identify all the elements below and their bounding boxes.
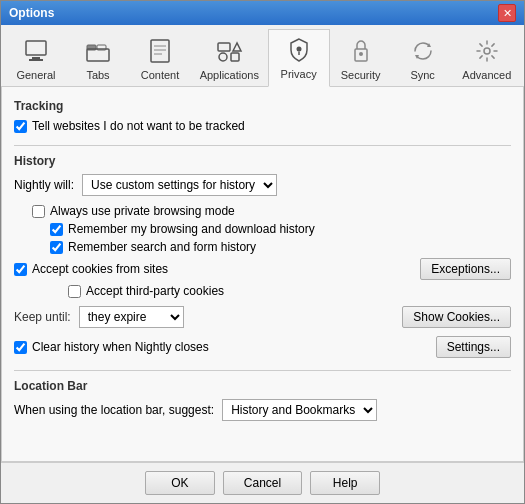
svg-rect-6	[151, 40, 169, 62]
svg-rect-2	[29, 59, 43, 61]
ok-button[interactable]: OK	[145, 471, 215, 495]
close-button[interactable]: ✕	[498, 4, 516, 22]
cancel-button[interactable]: Cancel	[223, 471, 302, 495]
accept-third-party-row: Accept third-party cookies	[68, 284, 511, 298]
tab-applications-label: Applications	[200, 69, 259, 81]
help-button[interactable]: Help	[310, 471, 380, 495]
svg-point-17	[359, 52, 363, 56]
general-icon	[20, 35, 52, 67]
accept-cookies-left: Accept cookies from sites	[14, 262, 168, 276]
clear-history-checkbox[interactable]	[14, 341, 27, 354]
keep-until-dropdown[interactable]: they expire I close Firefox	[79, 306, 184, 328]
tab-sync[interactable]: Sync	[392, 29, 454, 87]
svg-rect-0	[26, 41, 46, 55]
svg-rect-5	[87, 49, 109, 61]
svg-rect-13	[231, 53, 239, 61]
options-window: Options ✕ General Tabs	[0, 0, 525, 504]
always-private-checkbox[interactable]	[32, 205, 45, 218]
content-icon	[144, 35, 176, 67]
remember-search-checkbox[interactable]	[50, 241, 63, 254]
always-private-label: Always use private browsing mode	[50, 204, 235, 218]
location-suggest-row: When using the location bar, suggest: Hi…	[14, 399, 511, 421]
tracking-section: Tracking Tell websites I do not want to …	[14, 99, 511, 133]
svg-point-14	[296, 47, 301, 52]
nightly-will-label: Nightly will:	[14, 178, 74, 192]
remember-browsing-row: Remember my browsing and download histor…	[50, 222, 511, 236]
sync-icon	[407, 35, 439, 67]
accept-cookies-row: Accept cookies from sites Exceptions...	[14, 258, 511, 280]
settings-button[interactable]: Settings...	[436, 336, 511, 358]
tab-advanced-label: Advanced	[462, 69, 511, 81]
always-private-row: Always use private browsing mode	[32, 204, 511, 218]
clear-history-left: Clear history when Nightly closes	[14, 340, 209, 354]
svg-rect-1	[32, 57, 40, 59]
nightly-will-row: Nightly will: Use custom settings for hi…	[14, 174, 511, 196]
tab-privacy[interactable]: Privacy	[268, 29, 330, 87]
clear-history-label: Clear history when Nightly closes	[32, 340, 209, 354]
tab-security[interactable]: Security	[330, 29, 392, 87]
tab-tabs-label: Tabs	[86, 69, 109, 81]
tabs-icon	[82, 35, 114, 67]
separator-2	[14, 370, 511, 371]
history-label: History	[14, 154, 511, 168]
tab-privacy-label: Privacy	[281, 68, 317, 80]
accept-cookies-label: Accept cookies from sites	[32, 262, 168, 276]
toolbar: General Tabs Content	[1, 25, 524, 87]
keep-until-row: Keep until: they expire I close Firefox …	[14, 302, 511, 332]
remember-search-label: Remember search and form history	[68, 240, 256, 254]
security-icon	[345, 35, 377, 67]
tab-sync-label: Sync	[410, 69, 434, 81]
remember-browsing-checkbox[interactable]	[50, 223, 63, 236]
content-area: Tracking Tell websites I do not want to …	[1, 87, 524, 462]
separator-1	[14, 145, 511, 146]
clear-history-row: Clear history when Nightly closes Settin…	[14, 336, 511, 358]
tab-advanced[interactable]: Advanced	[454, 29, 520, 87]
tab-content-label: Content	[141, 69, 180, 81]
tab-general[interactable]: General	[5, 29, 67, 87]
window-title: Options	[9, 6, 54, 20]
show-cookies-button[interactable]: Show Cookies...	[402, 306, 511, 328]
tracking-text: Tell websites I do not want to be tracke…	[32, 119, 245, 133]
title-bar: Options ✕	[1, 1, 524, 25]
location-bar-label: Location Bar	[14, 379, 511, 393]
suggest-label: When using the location bar, suggest:	[14, 403, 214, 417]
accept-third-party-checkbox[interactable]	[68, 285, 81, 298]
accept-cookies-checkbox[interactable]	[14, 263, 27, 276]
svg-rect-10	[218, 43, 230, 51]
tracking-checkbox[interactable]	[14, 120, 27, 133]
advanced-icon	[471, 35, 503, 67]
bottom-bar: OK Cancel Help	[1, 462, 524, 503]
history-dropdown[interactable]: Use custom settings for history Remember…	[82, 174, 277, 196]
tab-general-label: General	[16, 69, 55, 81]
svg-point-20	[484, 48, 490, 54]
tab-tabs[interactable]: Tabs	[67, 29, 129, 87]
keep-until-label: Keep until:	[14, 310, 71, 324]
remember-browsing-label: Remember my browsing and download histor…	[68, 222, 315, 236]
tab-content[interactable]: Content	[129, 29, 191, 87]
suggest-dropdown[interactable]: History and Bookmarks History Bookmarks …	[222, 399, 377, 421]
applications-icon	[213, 35, 245, 67]
keep-until-left: Keep until: they expire I close Firefox	[14, 306, 184, 328]
privacy-icon	[283, 34, 315, 66]
tracking-row: Tell websites I do not want to be tracke…	[14, 119, 511, 133]
location-bar-section: Location Bar When using the location bar…	[14, 379, 511, 421]
exceptions-button[interactable]: Exceptions...	[420, 258, 511, 280]
svg-marker-11	[233, 43, 241, 51]
remember-search-row: Remember search and form history	[50, 240, 511, 254]
accept-third-party-label: Accept third-party cookies	[86, 284, 224, 298]
tracking-label: Tracking	[14, 99, 511, 113]
svg-point-12	[219, 53, 227, 61]
history-section: History Nightly will: Use custom setting…	[14, 154, 511, 358]
tab-applications[interactable]: Applications	[191, 29, 268, 87]
tab-security-label: Security	[341, 69, 381, 81]
